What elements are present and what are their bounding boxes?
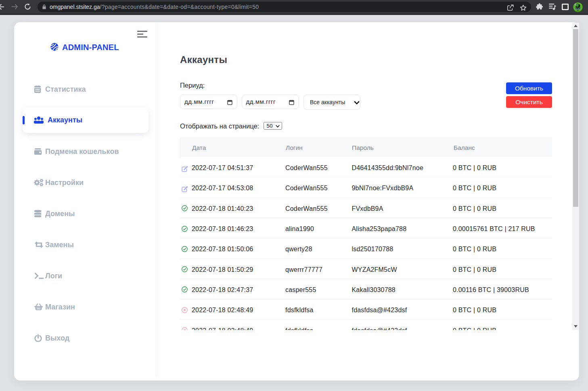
svg-text:The AnP: The AnP (575, 8, 581, 10)
